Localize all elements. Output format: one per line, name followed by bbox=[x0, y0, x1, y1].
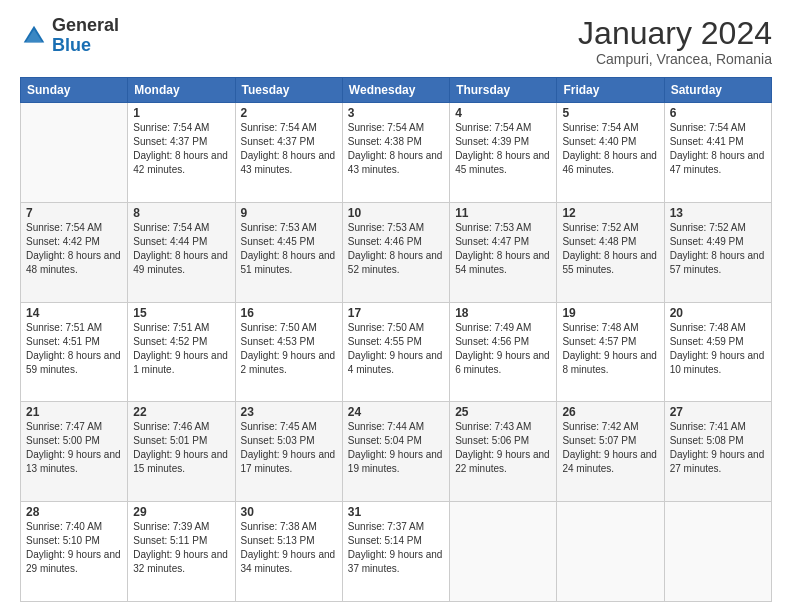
calendar-title: January 2024 bbox=[578, 16, 772, 51]
calendar-cell: 11 Sunrise: 7:53 AMSunset: 4:47 PMDaylig… bbox=[450, 202, 557, 302]
day-info: Sunrise: 7:38 AMSunset: 5:13 PMDaylight:… bbox=[241, 521, 336, 574]
logo-text: General Blue bbox=[52, 16, 119, 56]
day-number: 16 bbox=[241, 306, 337, 320]
day-number: 7 bbox=[26, 206, 122, 220]
calendar-cell: 8 Sunrise: 7:54 AMSunset: 4:44 PMDayligh… bbox=[128, 202, 235, 302]
calendar-cell: 24 Sunrise: 7:44 AMSunset: 5:04 PMDaylig… bbox=[342, 402, 449, 502]
day-number: 22 bbox=[133, 405, 229, 419]
day-info: Sunrise: 7:42 AMSunset: 5:07 PMDaylight:… bbox=[562, 421, 657, 474]
calendar-cell: 13 Sunrise: 7:52 AMSunset: 4:49 PMDaylig… bbox=[664, 202, 771, 302]
calendar-cell: 7 Sunrise: 7:54 AMSunset: 4:42 PMDayligh… bbox=[21, 202, 128, 302]
title-block: January 2024 Campuri, Vrancea, Romania bbox=[578, 16, 772, 67]
calendar-cell bbox=[664, 502, 771, 602]
calendar-cell: 1 Sunrise: 7:54 AMSunset: 4:37 PMDayligh… bbox=[128, 103, 235, 203]
day-number: 14 bbox=[26, 306, 122, 320]
day-number: 9 bbox=[241, 206, 337, 220]
day-number: 30 bbox=[241, 505, 337, 519]
day-header-tuesday: Tuesday bbox=[235, 78, 342, 103]
day-number: 18 bbox=[455, 306, 551, 320]
calendar-cell: 10 Sunrise: 7:53 AMSunset: 4:46 PMDaylig… bbox=[342, 202, 449, 302]
day-info: Sunrise: 7:50 AMSunset: 4:55 PMDaylight:… bbox=[348, 322, 443, 375]
day-info: Sunrise: 7:54 AMSunset: 4:41 PMDaylight:… bbox=[670, 122, 765, 175]
day-number: 13 bbox=[670, 206, 766, 220]
logo-blue-text: Blue bbox=[52, 35, 91, 55]
day-number: 20 bbox=[670, 306, 766, 320]
calendar-cell: 30 Sunrise: 7:38 AMSunset: 5:13 PMDaylig… bbox=[235, 502, 342, 602]
day-number: 3 bbox=[348, 106, 444, 120]
day-info: Sunrise: 7:44 AMSunset: 5:04 PMDaylight:… bbox=[348, 421, 443, 474]
calendar-cell: 14 Sunrise: 7:51 AMSunset: 4:51 PMDaylig… bbox=[21, 302, 128, 402]
day-header-friday: Friday bbox=[557, 78, 664, 103]
day-info: Sunrise: 7:51 AMSunset: 4:52 PMDaylight:… bbox=[133, 322, 228, 375]
calendar-cell: 27 Sunrise: 7:41 AMSunset: 5:08 PMDaylig… bbox=[664, 402, 771, 502]
calendar-cell: 5 Sunrise: 7:54 AMSunset: 4:40 PMDayligh… bbox=[557, 103, 664, 203]
day-number: 31 bbox=[348, 505, 444, 519]
calendar-cell: 20 Sunrise: 7:48 AMSunset: 4:59 PMDaylig… bbox=[664, 302, 771, 402]
day-info: Sunrise: 7:53 AMSunset: 4:47 PMDaylight:… bbox=[455, 222, 550, 275]
day-number: 11 bbox=[455, 206, 551, 220]
day-number: 12 bbox=[562, 206, 658, 220]
day-info: Sunrise: 7:52 AMSunset: 4:49 PMDaylight:… bbox=[670, 222, 765, 275]
day-info: Sunrise: 7:51 AMSunset: 4:51 PMDaylight:… bbox=[26, 322, 121, 375]
logo: General Blue bbox=[20, 16, 119, 56]
day-info: Sunrise: 7:54 AMSunset: 4:42 PMDaylight:… bbox=[26, 222, 121, 275]
day-info: Sunrise: 7:53 AMSunset: 4:46 PMDaylight:… bbox=[348, 222, 443, 275]
calendar-cell: 29 Sunrise: 7:39 AMSunset: 5:11 PMDaylig… bbox=[128, 502, 235, 602]
day-info: Sunrise: 7:47 AMSunset: 5:00 PMDaylight:… bbox=[26, 421, 121, 474]
day-number: 21 bbox=[26, 405, 122, 419]
day-number: 29 bbox=[133, 505, 229, 519]
calendar-cell: 25 Sunrise: 7:43 AMSunset: 5:06 PMDaylig… bbox=[450, 402, 557, 502]
day-header-thursday: Thursday bbox=[450, 78, 557, 103]
calendar-cell bbox=[557, 502, 664, 602]
day-number: 4 bbox=[455, 106, 551, 120]
calendar-cell: 19 Sunrise: 7:48 AMSunset: 4:57 PMDaylig… bbox=[557, 302, 664, 402]
day-number: 23 bbox=[241, 405, 337, 419]
day-header-saturday: Saturday bbox=[664, 78, 771, 103]
calendar-week-4: 21 Sunrise: 7:47 AMSunset: 5:00 PMDaylig… bbox=[21, 402, 772, 502]
header: General Blue January 2024 Campuri, Vranc… bbox=[20, 16, 772, 67]
calendar-week-5: 28 Sunrise: 7:40 AMSunset: 5:10 PMDaylig… bbox=[21, 502, 772, 602]
calendar-cell: 9 Sunrise: 7:53 AMSunset: 4:45 PMDayligh… bbox=[235, 202, 342, 302]
day-number: 15 bbox=[133, 306, 229, 320]
day-info: Sunrise: 7:54 AMSunset: 4:39 PMDaylight:… bbox=[455, 122, 550, 175]
logo-general-text: General bbox=[52, 15, 119, 35]
day-info: Sunrise: 7:48 AMSunset: 4:59 PMDaylight:… bbox=[670, 322, 765, 375]
day-info: Sunrise: 7:49 AMSunset: 4:56 PMDaylight:… bbox=[455, 322, 550, 375]
day-number: 25 bbox=[455, 405, 551, 419]
day-info: Sunrise: 7:54 AMSunset: 4:37 PMDaylight:… bbox=[241, 122, 336, 175]
day-info: Sunrise: 7:54 AMSunset: 4:38 PMDaylight:… bbox=[348, 122, 443, 175]
day-number: 17 bbox=[348, 306, 444, 320]
day-info: Sunrise: 7:52 AMSunset: 4:48 PMDaylight:… bbox=[562, 222, 657, 275]
day-number: 5 bbox=[562, 106, 658, 120]
calendar-cell: 16 Sunrise: 7:50 AMSunset: 4:53 PMDaylig… bbox=[235, 302, 342, 402]
day-number: 10 bbox=[348, 206, 444, 220]
page: General Blue January 2024 Campuri, Vranc… bbox=[0, 0, 792, 612]
day-number: 27 bbox=[670, 405, 766, 419]
day-info: Sunrise: 7:37 AMSunset: 5:14 PMDaylight:… bbox=[348, 521, 443, 574]
day-info: Sunrise: 7:54 AMSunset: 4:40 PMDaylight:… bbox=[562, 122, 657, 175]
calendar-cell: 12 Sunrise: 7:52 AMSunset: 4:48 PMDaylig… bbox=[557, 202, 664, 302]
day-info: Sunrise: 7:45 AMSunset: 5:03 PMDaylight:… bbox=[241, 421, 336, 474]
calendar-cell: 22 Sunrise: 7:46 AMSunset: 5:01 PMDaylig… bbox=[128, 402, 235, 502]
day-number: 1 bbox=[133, 106, 229, 120]
calendar-cell: 3 Sunrise: 7:54 AMSunset: 4:38 PMDayligh… bbox=[342, 103, 449, 203]
calendar-cell: 17 Sunrise: 7:50 AMSunset: 4:55 PMDaylig… bbox=[342, 302, 449, 402]
day-number: 26 bbox=[562, 405, 658, 419]
calendar-cell: 6 Sunrise: 7:54 AMSunset: 4:41 PMDayligh… bbox=[664, 103, 771, 203]
day-info: Sunrise: 7:46 AMSunset: 5:01 PMDaylight:… bbox=[133, 421, 228, 474]
day-header-wednesday: Wednesday bbox=[342, 78, 449, 103]
day-number: 19 bbox=[562, 306, 658, 320]
calendar-cell: 23 Sunrise: 7:45 AMSunset: 5:03 PMDaylig… bbox=[235, 402, 342, 502]
day-info: Sunrise: 7:50 AMSunset: 4:53 PMDaylight:… bbox=[241, 322, 336, 375]
day-number: 24 bbox=[348, 405, 444, 419]
calendar-table: SundayMondayTuesdayWednesdayThursdayFrid… bbox=[20, 77, 772, 602]
day-info: Sunrise: 7:39 AMSunset: 5:11 PMDaylight:… bbox=[133, 521, 228, 574]
calendar-cell: 18 Sunrise: 7:49 AMSunset: 4:56 PMDaylig… bbox=[450, 302, 557, 402]
calendar-cell: 28 Sunrise: 7:40 AMSunset: 5:10 PMDaylig… bbox=[21, 502, 128, 602]
calendar-cell: 21 Sunrise: 7:47 AMSunset: 5:00 PMDaylig… bbox=[21, 402, 128, 502]
day-header-monday: Monday bbox=[128, 78, 235, 103]
day-info: Sunrise: 7:41 AMSunset: 5:08 PMDaylight:… bbox=[670, 421, 765, 474]
calendar-cell bbox=[21, 103, 128, 203]
day-info: Sunrise: 7:54 AMSunset: 4:44 PMDaylight:… bbox=[133, 222, 228, 275]
day-header-sunday: Sunday bbox=[21, 78, 128, 103]
